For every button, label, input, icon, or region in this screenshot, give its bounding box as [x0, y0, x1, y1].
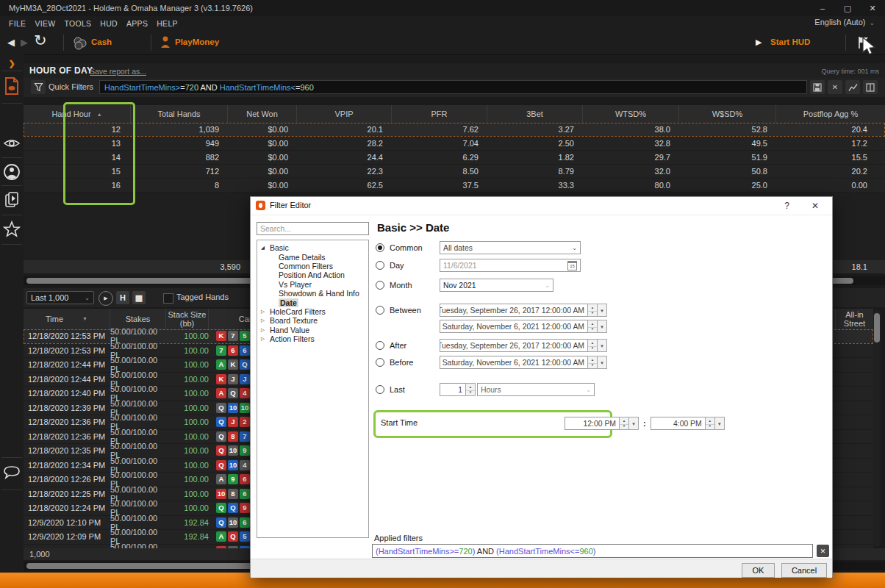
menu-help[interactable]: HELP: [157, 19, 178, 28]
tree-item-board-texture[interactable]: ▷Board Texture: [257, 316, 368, 325]
tree-item-holecard-filters[interactable]: ▷HoleCard Filters: [257, 307, 368, 316]
sidebar-item-favorites[interactable]: [0, 220, 24, 238]
last-radio[interactable]: [376, 385, 384, 394]
sidebar-item-chat[interactable]: [0, 465, 24, 481]
report-column-wtsd-[interactable]: WTSD%: [583, 105, 679, 123]
report-column-total-hands[interactable]: Total Hands: [131, 105, 228, 123]
start-time-to-input[interactable]: 4:00 PM: [651, 417, 706, 430]
clear-filter-icon[interactable]: ✕: [828, 80, 842, 94]
day-radio[interactable]: [376, 261, 384, 270]
start-time-from-input[interactable]: 12:00 PM: [565, 417, 620, 430]
hands-h-button[interactable]: H: [116, 291, 129, 304]
tree-item-hand-value[interactable]: ▷Hand Value: [257, 326, 368, 334]
spinner[interactable]: [587, 304, 598, 317]
report-row[interactable]: 14882$0.0024.46.291.8229.751.915.5: [24, 151, 885, 165]
minimize-button[interactable]: –: [810, 0, 835, 16]
report-column-pfr[interactable]: PFR: [392, 105, 487, 123]
split-columns-icon[interactable]: [863, 80, 878, 94]
start-hud-button[interactable]: Start HUD: [770, 37, 810, 46]
sidebar-item-reports[interactable]: [0, 76, 24, 96]
sidebar-expand-chevron-icon[interactable]: ❯: [0, 59, 24, 68]
maximize-button[interactable]: ▢: [835, 0, 860, 16]
calendar-icon[interactable]: 15: [567, 261, 577, 270]
tree-item-vs-player[interactable]: Vs Player: [257, 280, 368, 289]
chart-view-icon[interactable]: [845, 80, 860, 94]
last-unit-select[interactable]: Hours⌄: [477, 383, 595, 396]
common-radio[interactable]: [376, 243, 384, 252]
tree-item-common-filters[interactable]: Common Filters: [257, 262, 368, 270]
report-column-hand-hour[interactable]: Hand Hour▲: [24, 105, 131, 123]
between-to-input[interactable]: Saturday, November 6, 2021 12:00:00 AM: [440, 320, 588, 333]
dialog-help-button[interactable]: ?: [784, 201, 789, 211]
last-number-input[interactable]: 1: [440, 383, 466, 396]
before-radio[interactable]: [376, 358, 384, 367]
report-column-vpip[interactable]: VPIP: [297, 105, 392, 123]
dropdown-arrow[interactable]: ▾: [597, 320, 607, 333]
remove-filter-button[interactable]: ✕: [817, 545, 829, 557]
common-dates-select[interactable]: All dates⌄: [440, 241, 581, 254]
spinner[interactable]: [587, 320, 598, 333]
spinner[interactable]: [587, 339, 598, 352]
report-row[interactable]: 15712$0.0022.38.508.7932.050.820.2: [24, 165, 885, 179]
playmoney-tab[interactable]: PlayMoney: [175, 37, 219, 46]
report-row[interactable]: 168$0.0062.537.533.380.025.00.00: [24, 179, 885, 193]
sidebar-item-players[interactable]: [0, 163, 24, 181]
close-button[interactable]: ✕: [860, 0, 885, 16]
month-select[interactable]: Nov 2021⌄: [440, 279, 553, 292]
between-from-input[interactable]: Tuesday, September 26, 2017 12:00:00 AM: [440, 304, 588, 317]
tree-item-basic[interactable]: ◢Basic: [257, 243, 368, 252]
menu-file[interactable]: FILE: [9, 19, 26, 28]
cash-tab[interactable]: Cash: [91, 37, 112, 46]
tree-item-showdown-hand-info[interactable]: Showdown & Hand Info: [257, 289, 368, 298]
hands-limit-select[interactable]: Last 1,000⌄: [26, 291, 94, 304]
refresh-button[interactable]: ↻: [34, 32, 47, 49]
after-input[interactable]: Tuesday, September 26, 2017 12:00:00 AM: [440, 339, 588, 352]
dropdown-arrow[interactable]: ▾: [597, 339, 607, 352]
between-radio[interactable]: [376, 306, 384, 315]
spinner[interactable]: [587, 356, 598, 369]
applied-filters-input[interactable]: (HandStartTimeMins>=720) AND (HandStartT…: [372, 544, 813, 558]
sidebar-item-hud-eye[interactable]: [0, 137, 24, 150]
day-date-input[interactable]: 11/6/202115: [440, 259, 581, 272]
after-radio[interactable]: [376, 341, 384, 350]
dropdown-arrow[interactable]: ▾: [597, 356, 607, 369]
dialog-close-button[interactable]: ✕: [811, 201, 819, 211]
spinner[interactable]: [705, 417, 715, 430]
spinner[interactable]: [465, 383, 476, 396]
tree-item-date[interactable]: Date: [257, 298, 368, 306]
before-input[interactable]: Saturday, November 6, 2021 12:00:00 AM: [440, 356, 588, 369]
dropdown-arrow[interactable]: ▾: [597, 304, 607, 317]
save-report-link[interactable]: Save report as...: [90, 67, 146, 76]
spinner[interactable]: [619, 417, 629, 430]
menu-apps[interactable]: APPS: [126, 19, 148, 28]
column-time[interactable]: Time▼: [24, 309, 110, 329]
back-button[interactable]: ◀: [7, 37, 15, 48]
save-filter-icon[interactable]: [810, 80, 825, 94]
tree-item-position-and-action[interactable]: Position And Action: [257, 270, 368, 279]
hands-vscrollbar[interactable]: [873, 310, 881, 547]
report-row[interactable]: 13949$0.0028.27.042.5032.849.517.2: [24, 137, 885, 151]
grid-view-button[interactable]: ▦: [132, 291, 146, 304]
sidebar-item-replayer[interactable]: [0, 191, 24, 209]
report-column-net-won[interactable]: Net Won: [228, 105, 297, 123]
replay-button[interactable]: ▶: [98, 291, 113, 306]
tagged-hands-checkbox[interactable]: [163, 293, 173, 304]
dropdown-arrow[interactable]: ▾: [714, 417, 725, 430]
filter-search-input[interactable]: [257, 222, 369, 235]
cancel-button[interactable]: Cancel: [781, 563, 827, 578]
month-radio[interactable]: [376, 281, 384, 290]
report-column-postflop-agg-[interactable]: Postflop Agg %: [776, 105, 885, 123]
menu-hud[interactable]: HUD: [100, 19, 118, 28]
quick-filter-input[interactable]: HandStartTimeMins>=720 AND HandStartTime…: [99, 80, 807, 94]
dropdown-arrow[interactable]: ▾: [628, 417, 639, 430]
menu-tools[interactable]: TOOLS: [64, 19, 91, 28]
report-row[interactable]: 121,039$0.0020.17.623.2738.052.820.4: [24, 123, 885, 137]
ok-button[interactable]: OK: [742, 563, 775, 578]
column-stack-size[interactable]: Stack Size (bb): [166, 309, 209, 329]
forward-button[interactable]: ▶: [21, 37, 28, 48]
column-stakes[interactable]: Stakes: [110, 309, 166, 329]
language-selector[interactable]: English (Auto)⌄: [814, 18, 875, 26]
report-column-w-sd-[interactable]: W$SD%: [679, 105, 776, 123]
menu-view[interactable]: VIEW: [35, 19, 55, 28]
report-column-3bet[interactable]: 3Bet: [487, 105, 583, 123]
